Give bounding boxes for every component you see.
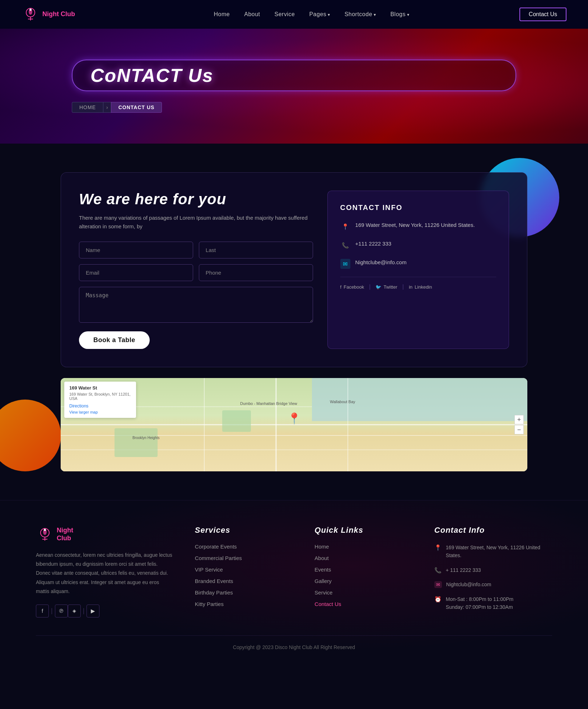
footer-facebook-icon[interactable]: f xyxy=(36,605,49,617)
footer-hours-text: Mon-Sat : 8:00Pm to 11:00PmSunday: 07:00… xyxy=(446,595,513,611)
footer-logo[interactable]: NightClub xyxy=(36,526,173,544)
footer-service-branded[interactable]: Branded Events xyxy=(195,578,233,584)
footer-service-commercial[interactable]: Commercial Parties xyxy=(195,555,242,561)
email-text: Nightclube@info.com xyxy=(355,258,407,267)
footer-phone-text: + 111 2222 333 xyxy=(446,566,481,574)
message-textarea[interactable] xyxy=(79,287,313,323)
deco-circle-orange xyxy=(0,400,61,471)
footer-contact-title: Contact Info xyxy=(434,526,552,535)
hero-title: CoNTACT Us xyxy=(90,65,498,86)
social-twitter[interactable]: 🐦 Twitter xyxy=(370,284,402,290)
footer-email-text: Nightclub@info.com xyxy=(446,580,491,588)
breadcrumb: HOME › CONTACT US xyxy=(72,102,516,113)
twitter-label: Twitter xyxy=(383,284,397,290)
last-input[interactable] xyxy=(199,242,313,258)
phone-icon: 📞 xyxy=(340,240,350,250)
linkedin-label: Linkedin xyxy=(415,284,432,290)
location-icon: 📍 xyxy=(340,221,350,232)
footer-link-service[interactable]: Service xyxy=(314,589,332,596)
footer-quicklinks-col: Quick Links Home About Events Gallery Se… xyxy=(314,526,412,617)
breadcrumb-home[interactable]: HOME xyxy=(72,102,103,113)
logo[interactable]: Night Club xyxy=(22,5,75,23)
facebook-icon: f xyxy=(340,284,342,290)
contact-info-title: CONTACT INFO xyxy=(340,204,496,212)
form-row-email-phone xyxy=(79,264,313,281)
address-text: 169 Water Street, New York, 11226 United… xyxy=(355,221,475,229)
footer-social-sep-2: | xyxy=(81,607,87,615)
nav-about[interactable]: About xyxy=(244,11,260,17)
hero-section: CoNTACT Us HOME › CONTACT US xyxy=(0,29,588,144)
map-zoom-controls: + − xyxy=(514,415,524,434)
map-address-title: 169 Water St xyxy=(69,385,131,391)
form-description: There are many variations of passages of… xyxy=(79,214,313,231)
footer: NightClub Aenean consectetur, lorem nec … xyxy=(0,500,588,664)
nav-shortcode[interactable]: Shortcode xyxy=(345,11,376,17)
map-inner: Dumbo - Manhattan Bridge View Brooklyn H… xyxy=(61,378,527,471)
footer-bottom: Copyright @ 2023 Disco Night Club All Ri… xyxy=(36,635,552,650)
email-item: ✉ Nightclube@info.com xyxy=(340,258,496,269)
social-linkedin[interactable]: in Linkedin xyxy=(404,284,437,290)
footer-email-item: ✉ Nightclub@info.com xyxy=(434,580,552,588)
twitter-icon: 🐦 xyxy=(375,284,381,290)
facebook-label: Facebook xyxy=(344,284,364,290)
email-input[interactable] xyxy=(79,264,193,281)
map-directions-link[interactable]: Directions xyxy=(69,404,88,409)
form-heading: We are here for you xyxy=(79,191,313,208)
map-container[interactable]: Dumbo - Manhattan Bridge View Brooklyn H… xyxy=(61,378,527,471)
footer-quicklinks-title: Quick Links xyxy=(314,526,412,535)
map-zoom-out[interactable]: − xyxy=(514,425,524,434)
svg-text:Brooklyn Heights: Brooklyn Heights xyxy=(132,436,160,440)
nav-home[interactable]: Home xyxy=(214,11,230,17)
footer-clock-icon: ⏰ xyxy=(434,596,442,603)
svg-rect-14 xyxy=(222,410,251,432)
navbar: Night Club Home About Service Pages Shor… xyxy=(0,0,588,29)
nav-service[interactable]: Service xyxy=(275,11,295,17)
copyright-text: Copyright @ 2023 Disco Night Club All Ri… xyxy=(233,644,355,650)
footer-youtube-icon[interactable]: ▶ xyxy=(87,605,99,617)
footer-hours-item: ⏰ Mon-Sat : 8:00Pm to 11:00PmSunday: 07:… xyxy=(434,595,552,611)
footer-social-sep-1: | xyxy=(49,607,55,615)
footer-link-events[interactable]: Events xyxy=(314,566,331,573)
phone-input[interactable] xyxy=(199,264,313,281)
nav-pages[interactable]: Pages xyxy=(309,11,330,17)
footer-quicklinks-list: Home About Events Gallery Service Contac… xyxy=(314,544,412,607)
footer-grid: NightClub Aenean consectetur, lorem nec … xyxy=(36,526,552,617)
map-view-larger-link[interactable]: View larger map xyxy=(69,410,131,414)
footer-link-about[interactable]: About xyxy=(314,555,328,561)
svg-point-22 xyxy=(44,529,46,531)
footer-link-home[interactable]: Home xyxy=(314,544,329,550)
email-icon: ✉ xyxy=(340,259,350,269)
contact-info-box: CONTACT INFO 📍 169 Water Street, New Yor… xyxy=(327,191,509,349)
footer-service-birthday[interactable]: Birthday Parties xyxy=(195,589,233,596)
main-section: We are here for you There are many varia… xyxy=(0,144,588,500)
breadcrumb-separator: › xyxy=(103,102,111,113)
book-table-button[interactable]: Book a Table xyxy=(79,331,150,349)
footer-logo-col: NightClub Aenean consectetur, lorem nec … xyxy=(36,526,173,617)
footer-service-vip[interactable]: VIP Service xyxy=(195,566,223,573)
footer-pinterest-icon[interactable]: ℗ xyxy=(55,605,68,617)
footer-service-corporate[interactable]: Corporate Events xyxy=(195,544,237,550)
svg-text:Wallabout Bay: Wallabout Bay xyxy=(330,400,355,404)
form-row-name-last xyxy=(79,242,313,258)
footer-phone-icon: 📞 xyxy=(434,567,442,574)
footer-address-item: 📍 169 Water Street, New York, 11226 Unit… xyxy=(434,544,552,560)
breadcrumb-current: CONTACT US xyxy=(111,102,162,113)
map-address-detail: 169 Water St, Brooklyn, NY 11201, USA xyxy=(69,392,131,401)
social-facebook[interactable]: f Facebook xyxy=(340,284,369,290)
social-links: f Facebook | 🐦 Twitter | in Linkedin xyxy=(340,277,496,290)
map-info-box: 169 Water St 169 Water St, Brooklyn, NY … xyxy=(64,382,136,418)
address-item: 📍 169 Water Street, New York, 11226 Unit… xyxy=(340,221,496,232)
name-input[interactable] xyxy=(79,242,193,258)
footer-link-contact[interactable]: Contact Us xyxy=(314,601,341,607)
footer-services-col: Services Corporate Events Commercial Par… xyxy=(195,526,293,617)
map-zoom-in[interactable]: + xyxy=(514,415,524,424)
footer-address-text: 169 Water Street, New York, 11226 United… xyxy=(446,544,552,560)
footer-link-gallery[interactable]: Gallery xyxy=(314,578,332,584)
footer-service-kitty[interactable]: Kitty Parties xyxy=(195,601,224,607)
contact-us-button[interactable]: Contact Us xyxy=(519,8,566,21)
nav-blogs[interactable]: Blogs xyxy=(390,11,409,17)
footer-description: Aenean consectetur, lorem nec ultricies … xyxy=(36,551,173,596)
phone-text: +111 2222 333 xyxy=(355,239,392,248)
footer-instagram-icon[interactable]: ◈ xyxy=(68,605,81,617)
svg-text:Dumbo - Manhattan Bridge View: Dumbo - Manhattan Bridge View xyxy=(240,401,297,406)
